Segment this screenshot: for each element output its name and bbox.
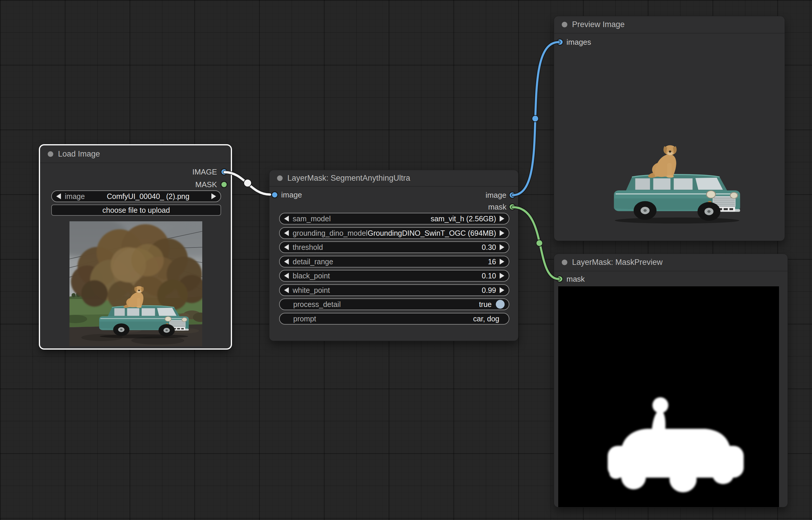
node-title: LayerMask: SegmentAnythingUltra [287, 174, 410, 183]
widget-value: sam_vit_h (2.56GB) [431, 214, 496, 223]
widget-detail-range[interactable]: detail_range 16 [279, 256, 509, 267]
link-image-to-preview [513, 42, 559, 195]
node-header[interactable]: LayerMask: SegmentAnythingUltra [270, 170, 518, 187]
node-preview-image[interactable]: Preview Image images [554, 16, 785, 241]
output-slot-image[interactable] [510, 192, 515, 198]
input-slot-image[interactable] [272, 192, 277, 198]
widget-label: grounding_dino_model [293, 229, 367, 237]
widget-label: white_point [293, 286, 330, 294]
widget-value: ComfyUI_00040_ (2).png [86, 192, 210, 201]
combo-prev-arrow-icon[interactable] [56, 193, 61, 199]
widget-value: 16 [488, 258, 496, 266]
widget-label: image [65, 192, 85, 201]
comfyui-canvas[interactable]: { "colors": { "image_slot": "#5fa8e8", "… [0, 0, 812, 520]
collapse-dot-icon[interactable] [48, 151, 53, 157]
output-slot-mask[interactable] [510, 204, 515, 210]
widget-label: process_detail [293, 300, 340, 309]
collapse-dot-icon[interactable] [277, 175, 283, 181]
input-slot-images[interactable] [557, 40, 563, 45]
widget-sam-model[interactable]: sam_model sam_vit_h (2.56GB) [279, 213, 509, 225]
increment-arrow-icon[interactable] [500, 287, 504, 293]
widget-value: car, dog [473, 315, 499, 323]
increment-arrow-icon[interactable] [500, 273, 504, 279]
widget-label: sam_model [293, 214, 331, 223]
segmented-image-preview [558, 47, 781, 238]
widget-label: detail_range [293, 258, 333, 266]
input-label-mask: mask [566, 274, 585, 284]
widget-value: true [479, 300, 492, 309]
combo-prev-arrow-icon[interactable] [284, 216, 289, 222]
combo-next-arrow-icon[interactable] [500, 216, 504, 222]
widget-threshold[interactable]: threshold 0.30 [279, 241, 509, 253]
output-slot-mask[interactable] [221, 182, 227, 187]
node-header[interactable]: Preview Image [554, 16, 785, 33]
link-midpoint-dot[interactable] [244, 179, 251, 187]
widget-value: GroundingDINO_SwinT_OGC (694MB) [368, 229, 496, 237]
node-header[interactable]: LayerMask: MaskPreview [554, 254, 788, 271]
widget-black-point[interactable]: black_point 0.10 [279, 270, 509, 282]
widget-label: black_point [293, 271, 330, 280]
widget-image-combo[interactable]: image ComfyUI_00040_ (2).png [51, 190, 221, 202]
widget-prompt[interactable]: prompt car, dog [279, 313, 509, 324]
increment-arrow-icon[interactable] [500, 259, 504, 265]
decrement-arrow-icon[interactable] [284, 287, 289, 293]
toggle-on-icon[interactable] [496, 300, 505, 309]
output-label-image: image [485, 190, 506, 200]
widget-grounding-dino-model[interactable]: grounding_dino_model GroundingDINO_SwinT… [279, 227, 509, 239]
node-title: Preview Image [572, 20, 625, 29]
mask-image-preview [558, 286, 779, 507]
link-image-to-segment [225, 172, 270, 194]
combo-next-arrow-icon[interactable] [211, 193, 216, 199]
widget-white-point[interactable]: white_point 0.99 [279, 284, 509, 296]
link-midpoint-dot[interactable] [536, 240, 542, 246]
node-title: LayerMask: MaskPreview [572, 258, 663, 267]
widget-value: 0.99 [482, 286, 496, 294]
loaded-image-preview [70, 221, 202, 346]
collapse-dot-icon[interactable] [562, 260, 567, 265]
collapse-dot-icon[interactable] [562, 22, 567, 27]
output-label-image: IMAGE [192, 167, 217, 177]
choose-file-button[interactable]: choose file to upload [51, 205, 221, 216]
increment-arrow-icon[interactable] [500, 244, 504, 250]
input-slot-mask[interactable] [557, 276, 562, 282]
input-label-images: images [566, 37, 591, 47]
widget-label: threshold [293, 243, 323, 252]
combo-next-arrow-icon[interactable] [500, 230, 504, 236]
decrement-arrow-icon[interactable] [284, 273, 289, 279]
decrement-arrow-icon[interactable] [284, 259, 289, 265]
output-label-mask: MASK [195, 180, 217, 189]
widget-process-detail[interactable]: process_detail true [279, 298, 509, 310]
input-label-image: image [281, 190, 302, 200]
node-title: Load Image [58, 150, 100, 159]
output-slot-image[interactable] [221, 169, 227, 175]
link-mask-to-maskpreview [513, 207, 559, 279]
output-label-mask: mask [488, 202, 506, 212]
node-segment-anything-ultra[interactable]: LayerMask: SegmentAnythingUltra image im… [270, 170, 518, 341]
link-midpoint-dot[interactable] [532, 115, 538, 122]
widget-value: 0.10 [482, 271, 496, 280]
widget-label: prompt [293, 315, 316, 323]
decrement-arrow-icon[interactable] [284, 244, 289, 250]
widget-value: 0.30 [482, 243, 496, 252]
node-header[interactable]: Load Image [40, 146, 231, 163]
combo-prev-arrow-icon[interactable] [284, 230, 289, 236]
node-mask-preview[interactable]: LayerMask: MaskPreview mask [554, 254, 788, 507]
node-load-image[interactable]: Load Image IMAGE MASK image ComfyUI_0004… [40, 146, 231, 348]
